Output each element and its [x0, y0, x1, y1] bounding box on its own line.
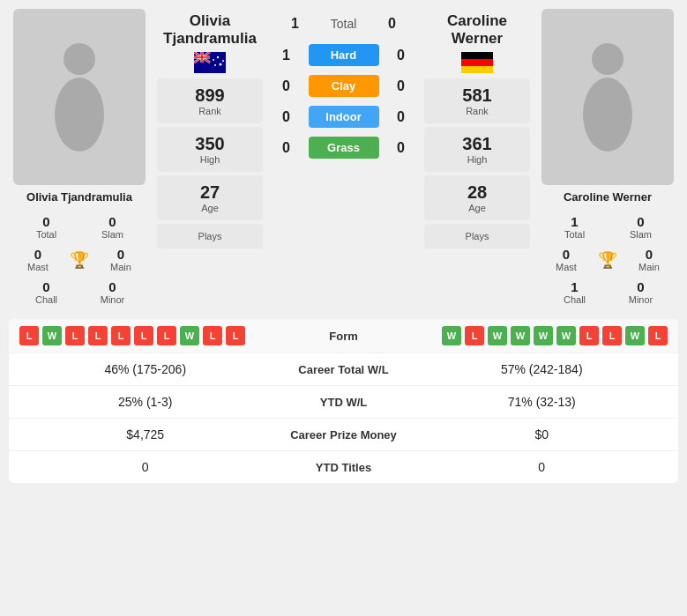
- player1-form-badge-5: L: [134, 326, 153, 345]
- player2-high-box: 361 High: [424, 127, 530, 172]
- center-panel: 1 Total 0 1 Hard 0 0 Clay 0 0 Indoor 0 0: [270, 9, 417, 308]
- player1-chall: 0 Chall: [13, 279, 79, 305]
- player2-flag-icon: [461, 52, 493, 73]
- ytd-wl-row: 25% (1-3) YTD W/L 71% (32-13): [9, 386, 678, 419]
- player1-rank-box: 899 Rank: [157, 78, 263, 123]
- player2-form-badge-0: W: [442, 326, 461, 345]
- player2-form-badge-1: L: [465, 326, 484, 345]
- clay-row: 0 Clay 0: [270, 71, 417, 100]
- player1-slam: 0 Slam: [79, 214, 146, 240]
- svg-point-21: [583, 78, 632, 152]
- player1-plays-box: Plays: [157, 224, 263, 249]
- svg-rect-19: [461, 66, 493, 73]
- player1-form-badge-8: L: [203, 326, 222, 345]
- player1-age-box: 27 Age: [157, 175, 263, 220]
- player2-slam: 0 Slam: [608, 214, 674, 240]
- career-wl-left: 46% (175-206): [26, 362, 265, 376]
- player2-mast: 0 Mast: [541, 247, 591, 272]
- prize-row: $4,725 Career Prize Money $0: [9, 419, 678, 451]
- player1-flag-row: [157, 52, 263, 73]
- main-container: Olivia Tjandramulia 0 Total 0 Slam 0 Ma: [0, 0, 687, 492]
- player2-stats: 1 Total 0 Slam 0 Mast 🏆 0: [541, 211, 674, 308]
- player2-chall: 1 Chall: [541, 279, 608, 305]
- indoor-row: 0 Indoor 0: [270, 102, 417, 131]
- form-row: LWLLLLLWLL Form WLWWWWLLWL: [9, 319, 678, 353]
- player1-form-badge-9: L: [226, 326, 245, 345]
- player1-mast: 0 Mast: [13, 247, 63, 272]
- player2-form-badge-4: W: [534, 326, 553, 345]
- clay-button[interactable]: Clay: [309, 75, 379, 97]
- player1-high-box: 350 High: [157, 127, 263, 172]
- svg-point-13: [220, 63, 222, 65]
- player2-photo: [541, 9, 674, 185]
- player2-main: 0 Main: [624, 247, 674, 272]
- svg-rect-18: [461, 59, 493, 66]
- player2-form-badge-5: W: [556, 326, 576, 345]
- player1-form-badge-7: W: [180, 326, 199, 345]
- player1-photo: [13, 9, 146, 185]
- player2-form-badge-3: W: [511, 326, 530, 345]
- player1-form-badge-0: L: [19, 326, 39, 345]
- player1-name-top: OliviaTjandramulia: [157, 9, 263, 50]
- player2-card: Caroline Werner 1 Total 0 Slam 0 Mast: [537, 9, 678, 308]
- svg-point-16: [213, 59, 214, 61]
- player1-card: Olivia Tjandramulia 0 Total 0 Slam 0 Ma: [9, 9, 150, 308]
- player2-minor: 0 Minor: [608, 279, 674, 305]
- prize-label: Career Prize Money: [265, 428, 423, 442]
- prize-right: $0: [423, 427, 661, 442]
- hard-row: 1 Hard 0: [270, 41, 417, 70]
- bottom-section: LWLLLLLWLL Form WLWWWWLLWL 46% (175-206)…: [9, 319, 678, 483]
- player2-form-badge-9: L: [648, 326, 668, 345]
- total-comparison-row: 1 Total 0: [270, 9, 417, 39]
- titles-right: 0: [423, 460, 661, 474]
- svg-point-1: [55, 78, 104, 152]
- indoor-button[interactable]: Indoor: [309, 106, 379, 128]
- svg-point-20: [592, 43, 624, 75]
- top-comparison-section: Olivia Tjandramulia 0 Total 0 Slam 0 Ma: [9, 9, 678, 308]
- grass-button[interactable]: Grass: [309, 137, 379, 159]
- player1-stats: 0 Total 0 Slam 0 Mast 🏆 0: [13, 211, 146, 308]
- player2-name-top: CarolineWerner: [424, 9, 530, 50]
- svg-point-12: [217, 56, 219, 58]
- player1-form: LWLLLLLWLL: [19, 326, 291, 345]
- player1-form-badge-6: L: [157, 326, 176, 345]
- player2-middle-panel: CarolineWerner 581 Rank 361 High 28: [424, 9, 530, 308]
- player1-form-badge-1: W: [42, 326, 62, 345]
- player1-middle-panel: OliviaTjandramulia: [157, 9, 263, 308]
- player2-form-badge-7: L: [602, 326, 622, 345]
- ytd-wl-left: 25% (1-3): [26, 395, 265, 409]
- player1-total: 0 Total: [13, 214, 79, 240]
- player2-age-box: 28 Age: [424, 175, 530, 220]
- player1-minor: 0 Minor: [79, 279, 146, 305]
- grass-row: 0 Grass 0: [270, 133, 417, 162]
- player1-name: Olivia Tjandramulia: [26, 190, 132, 204]
- player1-trophy-icon: 🏆: [70, 250, 89, 270]
- prize-left: $4,725: [26, 427, 265, 442]
- career-wl-row: 46% (175-206) Career Total W/L 57% (242-…: [9, 353, 678, 386]
- player1-form-badge-2: L: [65, 326, 85, 345]
- svg-point-0: [63, 43, 95, 75]
- player2-name: Caroline Werner: [564, 190, 652, 204]
- player2-form-badge-6: L: [579, 326, 599, 345]
- titles-label: YTD Titles: [265, 461, 423, 474]
- svg-point-14: [214, 64, 216, 66]
- titles-row: 0 YTD Titles 0: [9, 451, 678, 483]
- titles-left: 0: [26, 460, 265, 474]
- career-wl-label: Career Total W/L: [265, 363, 423, 376]
- hard-button[interactable]: Hard: [309, 44, 379, 66]
- player2-rank-box: 581 Rank: [424, 78, 530, 123]
- svg-rect-17: [461, 52, 493, 59]
- player1-main: 0 Main: [96, 247, 146, 272]
- ytd-wl-right: 71% (32-13): [423, 395, 661, 409]
- ytd-wl-label: YTD W/L: [265, 396, 423, 409]
- player2-form-badge-8: W: [625, 326, 645, 345]
- player1-form-badge-4: L: [111, 326, 131, 345]
- player2-total: 1 Total: [541, 214, 608, 240]
- player2-flag-row: [424, 52, 530, 73]
- player1-form-badge-3: L: [88, 326, 108, 345]
- player1-flag-icon: [194, 52, 226, 73]
- form-label: Form: [291, 330, 397, 343]
- player2-form: WLWWWWLLWL: [397, 326, 668, 345]
- player2-form-badge-2: W: [488, 326, 507, 345]
- player2-trophy-icon: 🏆: [598, 250, 617, 270]
